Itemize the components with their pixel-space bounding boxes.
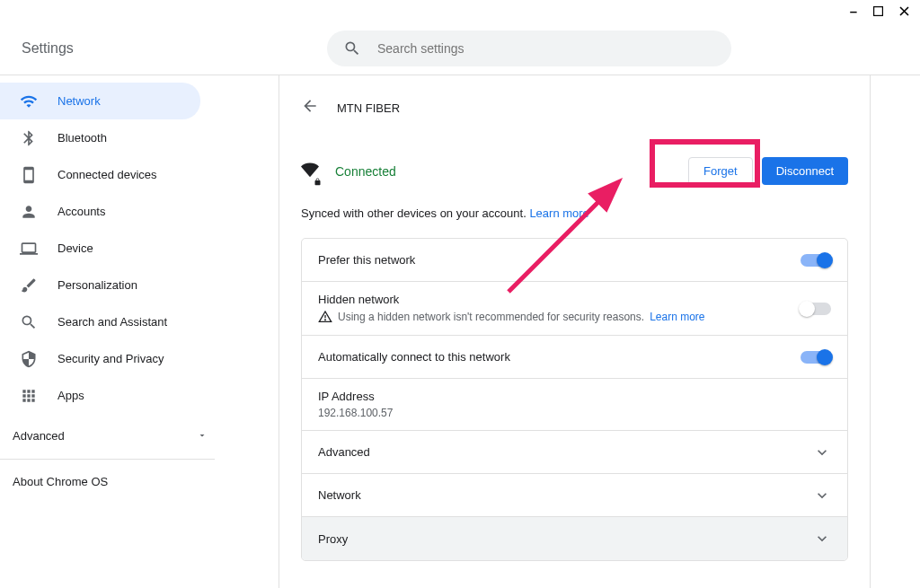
- bluetooth-icon: [20, 129, 38, 147]
- maximize-button[interactable]: [873, 4, 883, 18]
- row-label: Automatically connect to this network: [318, 350, 510, 364]
- sidebar-item-search-assistant[interactable]: Search and Assistant: [0, 303, 200, 340]
- sidebar-item-label: Network: [58, 94, 101, 108]
- chevron-down-icon: [813, 443, 831, 461]
- sidebar-about-label: About Chrome OS: [13, 475, 108, 488]
- page-title: MTN FIBER: [337, 101, 400, 115]
- warning-icon: [318, 310, 332, 324]
- shield-icon: [20, 350, 38, 368]
- sidebar-divider: [0, 459, 215, 460]
- svg-point-2: [325, 320, 326, 320]
- auto-toggle[interactable]: [801, 351, 831, 364]
- connection-status: Connected: [335, 164, 396, 179]
- hidden-network-row: Hidden network Using a hidden network is…: [302, 282, 847, 336]
- sidebar-item-label: Personalization: [58, 278, 137, 292]
- main-content: MTN FIBER Connected Forget Disconnect: [279, 75, 871, 588]
- sidebar-item-security[interactable]: Security and Privacy: [0, 340, 200, 377]
- row-subtitle: Using a hidden network isn't recommended…: [318, 310, 705, 324]
- chevron-down-icon: [813, 530, 831, 548]
- sidebar-item-label: Device: [58, 241, 93, 255]
- row-label: IP Address: [318, 390, 393, 403]
- chevron-down-icon: [813, 487, 831, 505]
- ip-address-row: IP Address 192.168.100.57: [302, 379, 847, 431]
- sidebar-item-apps[interactable]: Apps: [0, 377, 200, 414]
- wifi-icon: [20, 92, 38, 110]
- sidebar-item-bluetooth[interactable]: Bluetooth: [0, 119, 200, 156]
- sidebar-item-label: Bluetooth: [58, 131, 107, 145]
- brush-icon: [20, 276, 38, 294]
- hidden-learn-more-link[interactable]: Learn more: [650, 311, 704, 323]
- auto-connect-row: Automatically connect to this network: [302, 336, 847, 379]
- disconnect-button[interactable]: Disconnect: [762, 157, 848, 185]
- sidebar-advanced-label: Advanced: [13, 429, 65, 443]
- forget-button[interactable]: Forget: [688, 157, 753, 185]
- chevron-down-icon: [197, 430, 208, 441]
- laptop-icon: [20, 240, 38, 258]
- prefer-toggle[interactable]: [801, 254, 831, 267]
- window-title-bar: –: [0, 0, 920, 22]
- advanced-row[interactable]: Advanced: [302, 431, 847, 474]
- row-label: Network: [318, 488, 361, 502]
- wifi-secure-icon: [301, 161, 319, 181]
- row-label: Prefer this network: [318, 253, 415, 267]
- sidebar-item-label: Connected devices: [58, 168, 157, 181]
- apps-icon: [20, 387, 38, 405]
- app-header: Settings: [0, 22, 920, 75]
- prefer-network-row: Prefer this network: [302, 239, 847, 282]
- app-title: Settings: [22, 40, 327, 57]
- row-label: Advanced: [318, 445, 370, 459]
- row-label: Proxy: [318, 532, 348, 546]
- search-bar[interactable]: [327, 31, 731, 66]
- sidebar-item-connected-devices[interactable]: Connected devices: [0, 156, 200, 193]
- hidden-toggle[interactable]: [801, 303, 831, 315]
- device-icon: [20, 166, 38, 184]
- connection-status-section: Connected Forget Disconnect: [301, 146, 848, 206]
- proxy-row[interactable]: Proxy: [302, 517, 847, 560]
- page-header: MTN FIBER: [301, 97, 848, 146]
- sidebar-about[interactable]: About Chrome OS: [0, 463, 229, 499]
- sidebar-item-label: Security and Privacy: [58, 352, 164, 365]
- sidebar: Network Bluetooth Connected devices Acco…: [0, 75, 229, 588]
- minimize-button[interactable]: –: [850, 4, 857, 18]
- sidebar-advanced-toggle[interactable]: Advanced: [0, 416, 229, 455]
- person-icon: [20, 203, 38, 221]
- sidebar-item-accounts[interactable]: Accounts: [0, 193, 200, 230]
- close-button[interactable]: [899, 4, 909, 18]
- sidebar-item-device[interactable]: Device: [0, 230, 200, 267]
- back-button[interactable]: [301, 97, 319, 119]
- search-icon: [20, 313, 38, 331]
- network-row[interactable]: Network: [302, 474, 847, 517]
- sidebar-item-network[interactable]: Network: [0, 83, 200, 119]
- svg-rect-0: [874, 6, 883, 15]
- search-icon: [343, 39, 361, 57]
- ip-value: 192.168.100.57: [318, 407, 393, 419]
- search-input[interactable]: [377, 41, 715, 56]
- row-label: Hidden network: [318, 293, 705, 306]
- sync-info: Synced with other devices on your accoun…: [301, 206, 848, 238]
- sidebar-item-label: Apps: [58, 389, 84, 402]
- sidebar-item-personalization[interactable]: Personalization: [0, 267, 200, 303]
- sidebar-item-label: Accounts: [58, 205, 105, 218]
- learn-more-link[interactable]: Learn more: [529, 206, 588, 220]
- settings-panel: Prefer this network Hidden network Using…: [301, 238, 848, 561]
- sidebar-item-label: Search and Assistant: [58, 315, 167, 329]
